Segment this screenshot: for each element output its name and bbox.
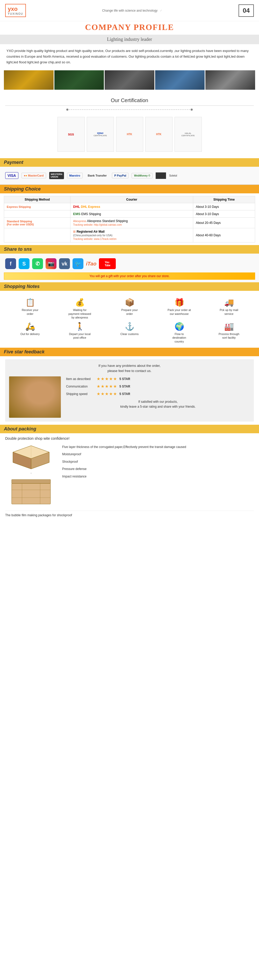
sns-bar: Share to sns bbox=[0, 245, 259, 254]
table-row: EMS EMS Shipping About 3-10 Days bbox=[4, 210, 255, 218]
pickup-icon: 🚚 bbox=[224, 298, 234, 307]
youtube-icon[interactable]: YouTube bbox=[99, 258, 116, 269]
packing-feature-5: Impact resistance bbox=[62, 474, 254, 479]
packing-info: Five layer thickness of the corrugated p… bbox=[62, 444, 254, 481]
pickup-label: Pck up by mail service bbox=[217, 308, 241, 316]
customer-photo bbox=[9, 376, 61, 418]
payment-icon: 💰 bbox=[75, 298, 85, 307]
visa-payment: VISA bbox=[5, 172, 18, 179]
certification-heading: Our Certification bbox=[5, 97, 254, 106]
photos-strip bbox=[0, 69, 259, 94]
factory-photo-4 bbox=[155, 70, 205, 90]
reg-sub: (China post/epacket-only for USA) bbox=[73, 234, 112, 237]
process-icon: 🏭 bbox=[224, 322, 234, 331]
tagline: Change life with science and technology … bbox=[26, 9, 239, 13]
ratings-area: Item as described ★★★★★ 5 STAR Communica… bbox=[66, 376, 250, 409]
logo-box: yxo YUXINOU bbox=[5, 4, 26, 17]
table-row: Express Shipping DHL DHL Express About 3… bbox=[4, 203, 255, 210]
factory-photo-1 bbox=[4, 70, 54, 90]
soletol-label: Soletol bbox=[169, 174, 177, 177]
packing-feature-2: Moistureproof bbox=[62, 452, 254, 457]
facebook-icon[interactable]: f bbox=[5, 258, 16, 269]
itao-icon[interactable]: iTao bbox=[86, 261, 96, 267]
note-receive: 📋 Receive your order bbox=[18, 298, 42, 316]
feedback-bar: Five star feedback bbox=[0, 348, 259, 356]
feedback-footer: If satisfied with our products, kindly l… bbox=[66, 399, 250, 409]
webmoney-payment: WebMoney © bbox=[131, 173, 153, 178]
shipping-stars: ★★★★★ bbox=[97, 391, 117, 396]
empty-cell2 bbox=[4, 228, 70, 242]
page-header: yxo YUXINOU Change life with science and… bbox=[0, 0, 259, 21]
table-row: Standard Shipping (For order over USD5) … bbox=[4, 218, 255, 228]
maestro-payment: Maestro bbox=[67, 173, 83, 178]
comm-stars: ★★★★★ bbox=[97, 384, 117, 389]
ali-time: About 20-45 Days bbox=[193, 218, 255, 228]
shipping-bar: Shipping Choice bbox=[0, 185, 259, 193]
packing-feature-4: Pressure defense bbox=[62, 466, 254, 471]
pack-icon: 🎁 bbox=[174, 298, 184, 307]
dhl-time: About 3-10 Days bbox=[193, 203, 255, 210]
skype-icon[interactable]: S bbox=[19, 258, 30, 269]
notes-row-1: 📋 Receive your order 💰 Waiting for payme… bbox=[4, 294, 255, 321]
feedback-content: Item as described ★★★★★ 5 STAR Communica… bbox=[9, 376, 250, 418]
delivery-label: Out for delivery bbox=[21, 332, 40, 336]
depart-icon: 🚶 bbox=[75, 322, 85, 331]
ems-logo: EMS bbox=[73, 212, 80, 216]
note-process: 🏭 Process through sort facility bbox=[217, 322, 241, 340]
logo-yxo: yxo bbox=[8, 6, 23, 13]
col-method: Shipping Method bbox=[4, 196, 70, 203]
note-prepare: 📦 Prepare your order bbox=[118, 298, 141, 316]
packing-subtitle: Double protection shop wite confidence! bbox=[5, 436, 254, 441]
item-described-label: Item as described bbox=[66, 377, 94, 381]
payment-section: VISA ●● MasterCard WESTERNUNION Maestro … bbox=[0, 167, 259, 185]
reg-tracking: Tracking website: www.17track.net/en bbox=[73, 237, 116, 240]
ali-cell: Aliexpress Aliexpress Standard Shipping … bbox=[70, 218, 193, 228]
delivery-icon: 🛵 bbox=[26, 322, 35, 331]
gift-message: You will get a gift with your order afte… bbox=[4, 272, 255, 280]
note-flow: 🌍 Flow to destination country bbox=[168, 322, 191, 343]
packing-footer: The bubble film making packages for shoc… bbox=[5, 511, 254, 517]
ali-tracking: Tracking website: http://global.cainiao.… bbox=[73, 223, 122, 226]
vk-icon[interactable]: vk bbox=[59, 258, 70, 269]
ali-name: Aliexpress Standard Shipping bbox=[87, 219, 128, 223]
ali-logo: Aliexpress bbox=[73, 220, 86, 223]
ems-name: EMS Shipping bbox=[82, 212, 101, 216]
svg-point-1 bbox=[66, 108, 69, 111]
payment-label: Payment bbox=[4, 160, 23, 165]
company-profile-title: COMPANY PROFILE bbox=[0, 22, 259, 32]
feedback-box: If you have any problems about the order… bbox=[5, 360, 254, 422]
cert-2: IQNet CERTIFICATE bbox=[87, 117, 114, 152]
svg-point-2 bbox=[190, 108, 193, 111]
cert-5: HALALCERTIFICATE bbox=[174, 117, 202, 152]
shopping-notes-label: Shopping Notes bbox=[4, 284, 40, 289]
col-time: Shipping Time bbox=[193, 196, 255, 203]
rating-item-comm: Communication ★★★★★ 5 STAR bbox=[66, 384, 250, 389]
barcode-payment bbox=[156, 172, 166, 179]
flow-label: Flow to destination country bbox=[168, 332, 191, 343]
table-row: ⊞ Registered Air Mail (China post/epacke… bbox=[4, 228, 255, 242]
express-label: Express Shipping bbox=[4, 203, 70, 210]
factory-photo-5 bbox=[205, 70, 255, 90]
shipping-value: 5 STAR bbox=[119, 392, 130, 396]
twitter-icon[interactable]: 🐦 bbox=[72, 258, 83, 269]
ems-cell: EMS EMS Shipping bbox=[70, 210, 193, 218]
instagram-icon[interactable]: 📷 bbox=[46, 258, 56, 269]
shipping-label: Shipping speed bbox=[66, 392, 94, 396]
whatsapp-icon[interactable]: ✆ bbox=[32, 258, 43, 269]
packing-label: About packing bbox=[4, 426, 36, 432]
bank-transfer-payment: Bank Transfer bbox=[86, 173, 109, 178]
cert-3: HTK bbox=[116, 117, 143, 152]
factory-photo-2 bbox=[54, 70, 104, 90]
rating-item-described: Item as described ★★★★★ 5 STAR bbox=[66, 376, 250, 381]
reg-time: About 40-60 Days bbox=[193, 228, 255, 242]
logo-full: YUXINOU bbox=[8, 13, 23, 15]
reg-logo: ⊞ bbox=[73, 230, 76, 234]
prepare-icon: 📦 bbox=[125, 298, 134, 307]
sns-icons: f S ✆ 📷 vk 🐦 iTao YouTube bbox=[4, 256, 255, 271]
item-described-stars: ★★★★★ bbox=[97, 376, 117, 381]
flow-icon: 🌍 bbox=[174, 322, 184, 331]
feedback-header: If you have any problems about the order… bbox=[9, 363, 250, 373]
process-label: Process through sort facility bbox=[217, 332, 241, 340]
industry-leader-text: Lighting industry leader bbox=[107, 37, 152, 42]
feedback-label: Five star feedback bbox=[4, 349, 45, 355]
